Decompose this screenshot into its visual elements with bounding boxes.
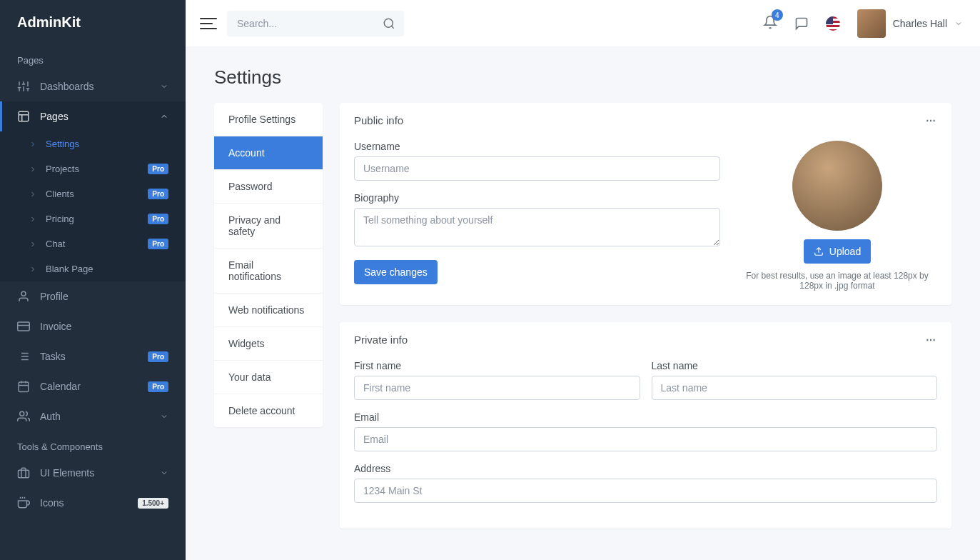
bio-textarea[interactable]: [354, 208, 720, 246]
sidebar-sub-pages: Settings Projects Pro Clients Pro Pricin…: [0, 131, 186, 281]
search-input[interactable]: [227, 11, 404, 36]
svg-rect-9: [19, 111, 29, 121]
corner-arrow-icon: [29, 190, 37, 199]
sub-label: Pricing: [46, 214, 74, 224]
pro-badge: Pro: [148, 164, 168, 174]
svg-rect-21: [19, 382, 29, 392]
sidebar-item-ui-elements[interactable]: UI Elements: [0, 458, 186, 488]
search-wrap: [227, 11, 404, 36]
svg-point-30: [384, 19, 393, 27]
chevron-down-icon: [160, 82, 168, 91]
sliders-icon: [17, 80, 30, 93]
chevron-up-icon: [160, 112, 168, 121]
sidebar-subitem-pricing[interactable]: Pricing Pro: [0, 206, 186, 231]
sidebar-item-calendar[interactable]: Calendar Pro: [0, 371, 186, 401]
public-info-card: Public info ⋯ Username: [340, 103, 951, 305]
sidebar-item-invoice[interactable]: Invoice: [0, 311, 186, 341]
users-icon: [17, 410, 30, 423]
last-name-input[interactable]: [652, 376, 938, 400]
user-menu[interactable]: Charles Hall: [857, 9, 963, 38]
sub-label: Clients: [46, 189, 74, 199]
address-label: Address: [354, 463, 937, 474]
language-selector[interactable]: [826, 16, 840, 31]
user-icon: [17, 290, 30, 303]
settings-nav-account[interactable]: Account: [214, 136, 323, 170]
sidebar-item-pages[interactable]: Pages: [0, 101, 186, 131]
corner-arrow-icon: [29, 215, 37, 224]
sidebar-label-dashboards: Dashboards: [40, 81, 94, 92]
pro-badge: Pro: [148, 189, 168, 199]
credit-card-icon: [17, 320, 30, 333]
bio-label: Biography: [354, 192, 720, 204]
corner-arrow-icon: [29, 140, 37, 149]
sidebar-item-tasks[interactable]: Tasks Pro: [0, 341, 186, 371]
sidebar-item-dashboards[interactable]: Dashboards: [0, 71, 186, 101]
corner-arrow-icon: [29, 265, 37, 274]
save-changes-button[interactable]: Save changes: [354, 260, 438, 284]
pro-badge: Pro: [148, 239, 168, 249]
sidebar-subitem-clients[interactable]: Clients Pro: [0, 181, 186, 206]
svg-point-25: [20, 411, 24, 416]
settings-nav-profile[interactable]: Profile Settings: [214, 103, 323, 136]
messages-icon[interactable]: [794, 16, 809, 31]
settings-nav-delete[interactable]: Delete account: [214, 394, 323, 427]
notifications-button[interactable]: 4: [763, 15, 777, 31]
sub-label: Chat: [46, 239, 65, 249]
card-title: Private info: [354, 334, 408, 346]
layout-icon: [17, 110, 30, 123]
sidebar-section-tools: Tools & Components: [0, 431, 186, 458]
brand-logo[interactable]: AdminKit: [0, 0, 186, 45]
sub-label: Blank Page: [46, 264, 94, 274]
upload-label: Upload: [829, 246, 861, 257]
email-input[interactable]: [354, 427, 937, 451]
card-actions-menu[interactable]: ⋯: [926, 115, 937, 126]
sidebar-item-profile[interactable]: Profile: [0, 281, 186, 311]
corner-arrow-icon: [29, 240, 37, 249]
sub-label: Projects: [46, 164, 79, 174]
address-input[interactable]: [354, 479, 937, 503]
pro-badge: Pro: [148, 351, 168, 362]
corner-arrow-icon: [29, 165, 37, 174]
upload-button[interactable]: Upload: [804, 239, 871, 264]
sidebar-subitem-settings[interactable]: Settings: [0, 131, 186, 156]
settings-nav-your-data[interactable]: Your data: [214, 361, 323, 394]
email-label: Email: [354, 411, 937, 423]
profile-avatar: [792, 141, 882, 231]
search-icon: [383, 17, 395, 30]
list-icon: [17, 350, 30, 363]
settings-nav-privacy[interactable]: Privacy and safety: [214, 204, 323, 249]
menu-toggle[interactable]: [196, 16, 216, 31]
sidebar-item-auth[interactable]: Auth: [0, 401, 186, 431]
sub-label: Settings: [46, 139, 79, 149]
sidebar-subitem-projects[interactable]: Projects Pro: [0, 156, 186, 181]
sidebar-label: Tasks: [40, 351, 66, 362]
sidebar-subitem-blank[interactable]: Blank Page: [0, 256, 186, 281]
sidebar-item-icons[interactable]: Icons 1.500+: [0, 488, 186, 518]
settings-nav-widgets[interactable]: Widgets: [214, 327, 323, 361]
avatar: [857, 9, 886, 38]
sidebar-label: Calendar: [40, 381, 81, 392]
username-input[interactable]: [354, 156, 720, 181]
topbar: 4 Charles Hall: [186, 0, 980, 46]
svg-line-31: [391, 26, 393, 28]
card-title: Public info: [354, 114, 403, 126]
card-actions-menu[interactable]: ⋯: [926, 334, 937, 346]
count-badge: 1.500+: [138, 498, 168, 509]
chevron-down-icon: [160, 412, 168, 421]
sidebar-label: Profile: [40, 291, 69, 302]
settings-nav-password[interactable]: Password: [214, 170, 323, 204]
sidebar-subitem-chat[interactable]: Chat Pro: [0, 231, 186, 256]
settings-nav-email-noti[interactable]: Email notifications: [214, 249, 323, 294]
sidebar-label-pages: Pages: [40, 111, 69, 122]
notification-count: 4: [772, 9, 783, 21]
settings-nav-web-noti[interactable]: Web notifications: [214, 294, 323, 327]
user-name: Charles Hall: [893, 18, 947, 29]
coffee-icon: [17, 496, 30, 509]
username-label: Username: [354, 141, 720, 152]
sidebar-section-pages: Pages: [0, 45, 186, 71]
briefcase-icon: [17, 466, 30, 479]
private-info-card: Private info ⋯ First name Last name: [340, 322, 951, 529]
chevron-down-icon: [954, 19, 963, 28]
upload-hint: For best results, use an image at least …: [737, 271, 937, 291]
first-name-input[interactable]: [354, 376, 640, 400]
